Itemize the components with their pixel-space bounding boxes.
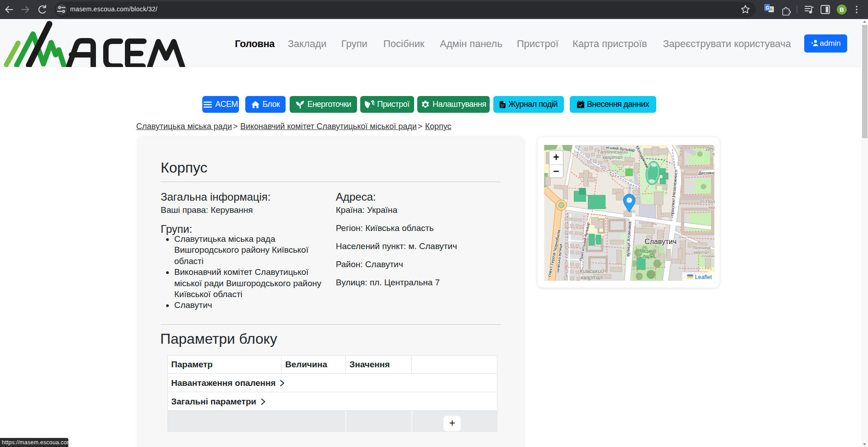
svg-text:квартал: квартал: [602, 154, 622, 160]
svg-text:Пол: Пол: [706, 199, 715, 204]
svg-text:Київський: Київський: [580, 268, 604, 274]
svg-text:Деснянс: Деснянс: [699, 170, 715, 175]
svg-text:Славутич: Славутич: [644, 238, 677, 245]
svg-text:Мiський: Мiський: [639, 249, 656, 254]
svg-text:парк: парк: [643, 254, 653, 259]
svg-text:Leaflet: Leaflet: [695, 274, 712, 280]
svg-text:Тбiлiський: Тбiлiський: [692, 245, 711, 250]
svg-text:ква: ква: [709, 205, 715, 210]
svg-text:B: B: [839, 6, 844, 13]
svg-text:кв: кв: [711, 152, 715, 156]
svg-text:Сонячни: Сонячни: [702, 254, 715, 258]
svg-text:квартал: квартал: [581, 274, 602, 281]
svg-text:Дес: Дес: [705, 146, 715, 151]
svg-text:G: G: [766, 5, 769, 10]
